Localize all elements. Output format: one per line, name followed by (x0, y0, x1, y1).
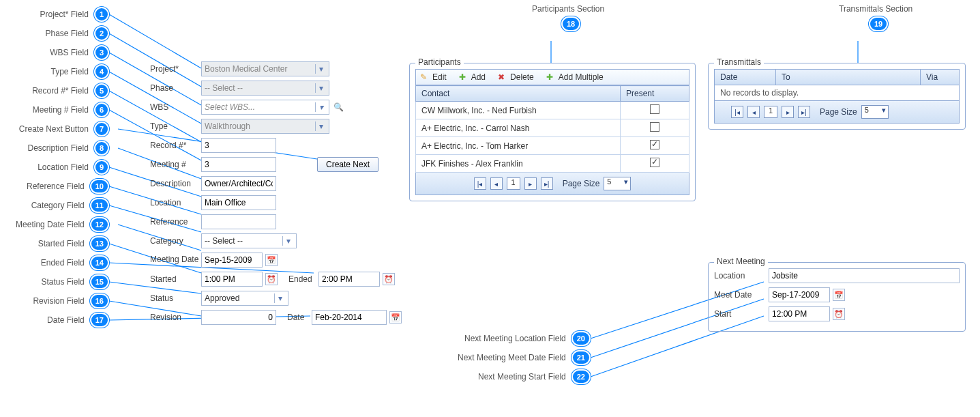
callout-15: Status Field15 (41, 274, 109, 289)
calendar-icon[interactable]: 📅 (265, 254, 278, 266)
chevron-down-icon: ▾ (274, 293, 285, 303)
calendar-icon[interactable]: 📅 (833, 289, 845, 301)
started-input[interactable] (201, 272, 263, 287)
date-label: Date (287, 313, 309, 322)
page-size-select[interactable]: 5 (861, 105, 889, 119)
category-select[interactable]: -- Select --▾ (201, 233, 297, 248)
date-input[interactable] (312, 310, 387, 325)
callout-17: Date Field17 (47, 313, 109, 328)
meeting-date-input[interactable] (201, 253, 263, 268)
present-checkbox[interactable] (650, 140, 659, 149)
callout-badge: 11 (90, 198, 109, 213)
calendar-icon[interactable]: 📅 (389, 311, 402, 323)
transmittals-title: Transmittals (714, 57, 764, 67)
callout-2: Phase Field2 (46, 26, 110, 41)
nm-meetdate-input[interactable] (769, 287, 830, 302)
col-present[interactable]: Present (621, 86, 689, 102)
col-to[interactable]: To (776, 70, 921, 85)
page-size-select[interactable]: 5 (604, 177, 631, 190)
next-page-button[interactable]: ▸ (524, 177, 537, 190)
clock-icon[interactable]: ⏰ (383, 273, 395, 285)
callout-label: Type Field (51, 67, 89, 76)
add-button[interactable]: ✚Add (459, 72, 486, 82)
chevron-down-icon: ▾ (315, 83, 326, 93)
last-page-button[interactable]: ▸| (541, 177, 553, 190)
nm-location-input[interactable] (769, 268, 960, 283)
edit-button[interactable]: ✎Edit (420, 72, 447, 82)
clock-icon[interactable]: ⏰ (833, 308, 845, 320)
status-select[interactable]: Approved▾ (201, 291, 288, 306)
nm-start-label: Start (714, 309, 769, 319)
location-input[interactable] (201, 195, 276, 210)
callout-7: Create Next Button7 (19, 121, 109, 136)
present-checkbox[interactable] (650, 122, 659, 132)
callout-badge: 16 (90, 293, 109, 308)
reference-input[interactable] (201, 214, 276, 229)
page-number[interactable]: 1 (764, 106, 777, 118)
phase-select[interactable]: -- Select --▾ (201, 81, 329, 96)
col-via[interactable]: Via (921, 70, 959, 85)
search-icon[interactable]: 🔍 (332, 101, 344, 113)
callout-11: Category Field11 (31, 198, 109, 213)
callout-4: Type Field4 (51, 64, 109, 79)
transmittals-header: Date To Via (714, 69, 960, 85)
prev-page-button[interactable]: ◂ (747, 106, 760, 118)
project-select[interactable]: Boston Medical Center▾ (201, 61, 329, 76)
callout-3: WBS Field3 (50, 45, 109, 60)
prev-page-button[interactable]: ◂ (490, 177, 503, 190)
page-number[interactable]: 1 (507, 177, 520, 190)
present-checkbox[interactable] (650, 158, 659, 167)
create-next-button[interactable]: Create Next (317, 157, 378, 172)
callout-20: Next Meeting Location Field20 (464, 331, 591, 346)
location-label: Location (150, 198, 201, 207)
last-page-button[interactable]: ▸| (798, 106, 810, 118)
present-cell (621, 137, 689, 155)
contact-cell: A+ Electric, Inc. - Carrol Nash (416, 119, 621, 137)
description-input[interactable] (201, 176, 276, 191)
first-page-button[interactable]: |◂ (731, 106, 743, 118)
callout-10: Reference Field10 (27, 179, 109, 194)
callout-label: Meeting # Field (33, 105, 89, 115)
type-label: Type (150, 121, 201, 131)
type-select[interactable]: Walkthrough▾ (201, 119, 329, 134)
callout-badge: 12 (90, 217, 109, 232)
table-row[interactable]: CW Millwork, Inc. - Ned Furbish (416, 102, 689, 119)
callout-12: Meeting Date Field12 (16, 217, 109, 232)
meeting-num-label: Meeting # (150, 160, 201, 169)
col-date[interactable]: Date (715, 70, 776, 85)
table-row[interactable]: A+ Electric, Inc. - Carrol Nash (416, 119, 689, 137)
started-label: Started (150, 274, 201, 284)
callout-label: Reference Field (27, 182, 85, 191)
revision-input[interactable] (201, 310, 276, 325)
callout-label: Create Next Button (19, 124, 89, 134)
record-input[interactable] (201, 138, 276, 153)
delete-button[interactable]: ✖Delete (498, 72, 534, 82)
present-checkbox[interactable] (650, 104, 659, 114)
contact-cell: A+ Electric, Inc. - Tom Harker (416, 137, 621, 155)
callout-5: Record #* Field5 (32, 83, 109, 98)
chevron-down-icon: ▾ (315, 64, 326, 74)
wbs-select[interactable]: Select WBS...▾ (201, 100, 329, 115)
table-row[interactable]: JFK Finishes - Alex Franklin (416, 155, 689, 173)
x-icon: ✖ (498, 72, 507, 82)
nm-start-input[interactable] (769, 306, 830, 321)
table-row[interactable]: A+ Electric, Inc. - Tom Harker (416, 137, 689, 155)
clock-icon[interactable]: ⏰ (265, 273, 278, 285)
next-meeting-panel: Next Meeting Location Meet Date 📅 Start … (708, 262, 966, 332)
chevron-down-icon: ▾ (315, 102, 326, 112)
revision-label: Revision (150, 313, 201, 322)
callout-badge: 18 (561, 16, 580, 31)
first-page-button[interactable]: |◂ (474, 177, 486, 190)
col-contact[interactable]: Contact (416, 86, 621, 102)
contact-cell: JFK Finishes - Alex Franklin (416, 155, 621, 173)
status-label: Status (150, 293, 201, 303)
callout-label: Next Meeting Meet Date Field (458, 353, 566, 362)
plus-icon: ✚ (546, 72, 556, 82)
callout-badge: 6 (94, 102, 109, 117)
callout-13: Started Field13 (38, 236, 109, 251)
reference-label: Reference (150, 217, 201, 227)
meeting-num-input[interactable] (201, 157, 276, 172)
ended-input[interactable] (318, 272, 380, 287)
next-page-button[interactable]: ▸ (782, 106, 794, 118)
add-multiple-button[interactable]: ✚Add Multiple (546, 72, 604, 82)
